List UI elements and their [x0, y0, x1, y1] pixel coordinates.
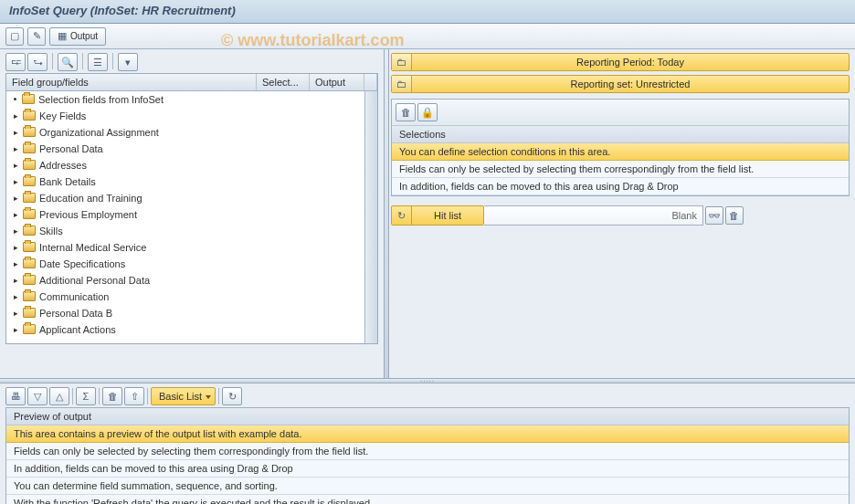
- trash-icon: 🗑: [108, 392, 118, 402]
- layout-icon: ☰: [93, 58, 102, 68]
- preview-line: You can determine field summation, seque…: [6, 478, 849, 495]
- tree-row[interactable]: ▸Organizational Assignment: [6, 124, 377, 141]
- delete-selection-button[interactable]: 🗑: [396, 103, 416, 121]
- new-document-button[interactable]: ▢: [5, 27, 24, 46]
- expand-node-icon[interactable]: ▸: [12, 178, 19, 185]
- output-label: Output: [70, 31, 98, 41]
- expand-node-icon[interactable]: ▸: [12, 227, 19, 235]
- expand-node-icon[interactable]: ▸: [12, 244, 19, 251]
- collapse-icon: ⮑: [33, 58, 43, 68]
- tree-header: Field group/fields Select... Output: [6, 74, 377, 91]
- delete-output-button[interactable]: 🗑: [102, 387, 122, 405]
- collapse-button[interactable]: ⮑: [27, 53, 48, 71]
- calendar-icon: 🗀: [392, 54, 412, 70]
- tree-row-label: Date Specifications: [39, 258, 125, 269]
- expand-node-icon[interactable]: ▸: [12, 260, 19, 268]
- output-button[interactable]: ▦ Output: [49, 27, 106, 46]
- basic-list-dropdown[interactable]: Basic List: [151, 387, 216, 405]
- expand-node-icon[interactable]: ▸: [12, 112, 19, 120]
- lock-selection-button[interactable]: 🔒: [417, 103, 438, 121]
- expand-node-icon[interactable]: ▸: [12, 293, 19, 300]
- find-button[interactable]: 🔍: [58, 53, 78, 71]
- tree-row[interactable]: ▸Additional Personal Data: [6, 272, 377, 289]
- tree-row[interactable]: ▸Education and Training: [6, 190, 377, 206]
- print-icon: 🖶: [11, 392, 21, 402]
- reporting-period-button[interactable]: 🗀 Reporting Period: Today: [391, 53, 850, 71]
- tree-row[interactable]: ▸Bank Details: [6, 173, 377, 190]
- expand-node-icon[interactable]: ▸: [12, 129, 19, 136]
- expand-node-icon[interactable]: ▸: [12, 145, 19, 152]
- col-select[interactable]: Select...: [257, 74, 310, 90]
- print-button[interactable]: 🖶: [5, 387, 26, 405]
- move-up-button[interactable]: ⇧: [124, 387, 144, 405]
- filter-button[interactable]: ▾: [118, 53, 138, 71]
- find-icon: 🔍: [61, 58, 74, 68]
- up-icon: ⇧: [131, 392, 139, 402]
- selections-panel: 🗑 🔒 Selections You can define selection …: [391, 99, 850, 196]
- tree-row[interactable]: ▸Applicant Actions: [6, 321, 377, 338]
- separator: [72, 388, 73, 404]
- expand-node-icon[interactable]: ▸: [12, 277, 19, 284]
- tree-row[interactable]: ▸Personal Data: [6, 141, 377, 157]
- expand-button[interactable]: ⮓: [5, 53, 26, 71]
- col-field-group[interactable]: Field group/fields: [6, 74, 257, 90]
- refresh-icon: ↻: [228, 392, 237, 402]
- folder-icon: [23, 209, 36, 219]
- tree-row[interactable]: ▸Date Specifications: [6, 256, 377, 272]
- tree-row[interactable]: ▸Previous Employment: [6, 206, 377, 223]
- expand-node-icon[interactable]: ▸: [12, 310, 19, 317]
- tree-scrollbar[interactable]: [364, 91, 377, 343]
- tree-row-label: Applicant Actions: [39, 324, 116, 335]
- sum-icon: Σ: [83, 392, 90, 402]
- table-icon: ▦: [58, 31, 67, 41]
- reporting-set-button[interactable]: 🗀 Reporting set: Unrestricted: [391, 75, 850, 93]
- open-button[interactable]: ✎: [27, 27, 46, 46]
- horizontal-splitter[interactable]: [0, 378, 855, 383]
- folder-icon: [22, 94, 35, 104]
- layout-button[interactable]: ☰: [88, 53, 108, 71]
- expand-node-icon[interactable]: ▸: [12, 326, 19, 333]
- preview-line: In addition, fields can be moved to this…: [6, 460, 849, 478]
- selections-highlight: You can define selection conditions in t…: [392, 143, 849, 161]
- preview-title: Preview of output: [6, 408, 849, 425]
- tree-toolbar: ⮓ ⮑ 🔍 ☰ ▾: [5, 53, 378, 71]
- hit-list-button[interactable]: ↻ Hit list: [391, 205, 484, 226]
- folder-icon: [23, 308, 36, 318]
- hit-list-glasses-button[interactable]: 👓: [705, 206, 723, 225]
- tree-row[interactable]: ▸Skills: [6, 223, 377, 239]
- tree-row[interactable]: Selection fields from InfoSet: [6, 91, 377, 108]
- tree-row-label: Education and Training: [39, 193, 142, 204]
- expand-node-icon[interactable]: ▸: [12, 211, 19, 218]
- tree-row[interactable]: ▸Key Fields: [6, 108, 377, 124]
- tree-row-label: Key Fields: [39, 110, 86, 121]
- tree-row-label: Addresses: [39, 160, 87, 171]
- sort-down-button[interactable]: ▽: [27, 387, 48, 405]
- sort-up-button[interactable]: △: [49, 387, 69, 405]
- main-toolbar: ▢ ✎ ▦ Output: [0, 24, 855, 49]
- folder-icon: [23, 160, 36, 170]
- col-output[interactable]: Output: [310, 74, 364, 90]
- preview-line: Fields can only be selected by selecting…: [6, 443, 849, 460]
- expand-node-icon[interactable]: ▸: [12, 162, 19, 169]
- hit-list-delete-button[interactable]: 🗑: [725, 206, 744, 225]
- hit-list-field[interactable]: Blank: [484, 205, 703, 226]
- reporting-period-label: Reporting Period: Today: [412, 57, 849, 68]
- tree-row-label: Additional Personal Data: [39, 275, 150, 286]
- left-column: ⮓ ⮑ 🔍 ☰ ▾ Field group/fields Select... O…: [0, 49, 384, 378]
- separator: [99, 388, 100, 404]
- refresh-preview-button[interactable]: ↻: [222, 387, 242, 405]
- tree-row-label: Internal Medical Service: [39, 242, 146, 253]
- set-icon: 🗀: [392, 76, 412, 92]
- tree-row[interactable]: ▸Communication: [6, 289, 377, 305]
- separator: [218, 388, 219, 404]
- sum-button[interactable]: Σ: [76, 387, 96, 405]
- expand-node-icon[interactable]: ▸: [12, 194, 19, 202]
- tree-row-label: Selection fields from InfoSet: [38, 94, 164, 105]
- col-pad: [364, 74, 377, 90]
- tree-row[interactable]: ▸Personal Data B: [6, 305, 377, 321]
- tree-row[interactable]: ▸Internal Medical Service: [6, 239, 377, 256]
- tree-row[interactable]: ▸Addresses: [6, 157, 377, 173]
- hit-list-row: ↻ Hit list Blank 👓 🗑: [391, 205, 850, 226]
- selections-line: Fields can only be selected by selecting…: [392, 161, 849, 178]
- separator: [82, 53, 83, 69]
